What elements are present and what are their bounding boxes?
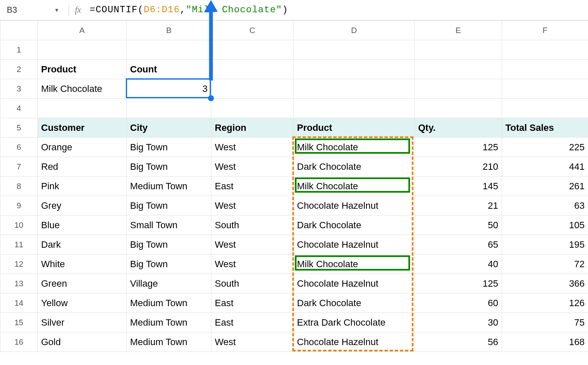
cell-C2[interactable] [211,60,294,79]
cell-D10[interactable]: Dark Chocolate [294,216,415,235]
cell-A3[interactable]: Milk Chocolate [38,79,127,99]
cell-D13[interactable]: Chocolate Hazelnut [294,274,415,293]
cell-B7[interactable]: Big Town [127,157,211,177]
cell-C6[interactable]: West [211,138,294,157]
cell-E7[interactable]: 210 [415,157,502,177]
cell-A12[interactable]: White [38,254,127,274]
cell-A16[interactable]: Gold [38,332,127,352]
cell-C14[interactable]: East [211,293,294,313]
cell-F6[interactable]: 225 [502,138,588,157]
cell-D11[interactable]: Chocolate Hazelnut [294,235,415,254]
row-header-14[interactable]: 14 [0,293,38,313]
chevron-down-icon[interactable]: ▼ [54,7,59,13]
cell-F16[interactable]: 168 [502,332,588,352]
cell-D9[interactable]: Chocolate Hazelnut [294,196,415,216]
cell-D15[interactable]: Extra Dark Chocolate [294,313,415,332]
cell-A9[interactable]: Grey [38,196,127,216]
fx-icon[interactable]: fx [75,5,81,15]
row-header-13[interactable]: 13 [0,274,38,293]
cell-A11[interactable]: Dark [38,235,127,254]
cell-D3[interactable] [294,79,415,99]
cell-E15[interactable]: 30 [415,313,502,332]
cell-C5[interactable]: Region [211,118,294,138]
cell-B15[interactable]: Medium Town [127,313,211,332]
row-header-1[interactable]: 1 [0,40,38,60]
cell-C1[interactable] [211,40,294,60]
cell-B16[interactable]: Medium Town [127,332,211,352]
formula-input[interactable]: =COUNTIF(D6:D16,"Milk Chocolate") [89,5,585,15]
cell-B6[interactable]: Big Town [127,138,211,157]
cell-E6[interactable]: 125 [415,138,502,157]
cell-D16[interactable]: Chocolate Hazelnut [294,332,415,352]
cell-F4[interactable] [502,99,588,118]
row-header-15[interactable]: 15 [0,313,38,332]
cell-A4[interactable] [38,99,127,118]
cell-B2[interactable]: Count [127,60,211,79]
cell-E10[interactable]: 50 [415,216,502,235]
cell-B4[interactable] [127,99,211,118]
cell-D5[interactable]: Product [294,118,415,138]
cell-E2[interactable] [415,60,502,79]
cell-B13[interactable]: Village [127,274,211,293]
cell-B9[interactable]: Big Town [127,196,211,216]
cell-C3[interactable] [211,79,294,99]
cell-A1[interactable] [38,40,127,60]
cell-F12[interactable]: 72 [502,254,588,274]
cell-B14[interactable]: Medium Town [127,293,211,313]
cell-E16[interactable]: 56 [415,332,502,352]
row-header-7[interactable]: 7 [0,157,38,177]
col-header-A[interactable]: A [38,21,127,40]
cell-D4[interactable] [294,99,415,118]
row-header-8[interactable]: 8 [0,177,38,196]
row-header-11[interactable]: 11 [0,235,38,254]
cell-F7[interactable]: 441 [502,157,588,177]
cell-F5[interactable]: Total Sales [502,118,588,138]
cell-F13[interactable]: 366 [502,274,588,293]
cell-E12[interactable]: 40 [415,254,502,274]
cell-F8[interactable]: 261 [502,177,588,196]
cell-C10[interactable]: South [211,216,294,235]
cell-C4[interactable] [211,99,294,118]
cell-B12[interactable]: Big Town [127,254,211,274]
cell-C15[interactable]: East [211,313,294,332]
cell-E11[interactable]: 65 [415,235,502,254]
cell-D6[interactable]: Milk Chocolate [294,138,415,157]
cell-C11[interactable]: West [211,235,294,254]
cell-F9[interactable]: 63 [502,196,588,216]
row-header-5[interactable]: 5 [0,118,38,138]
cell-A10[interactable]: Blue [38,216,127,235]
cell-F1[interactable] [502,40,588,60]
cell-A6[interactable]: Orange [38,138,127,157]
cell-E4[interactable] [415,99,502,118]
cell-C16[interactable]: West [211,332,294,352]
cell-E1[interactable] [415,40,502,60]
cell-A8[interactable]: Pink [38,177,127,196]
cell-C12[interactable]: West [211,254,294,274]
col-header-E[interactable]: E [415,21,502,40]
cell-A15[interactable]: Silver [38,313,127,332]
col-header-D[interactable]: D [294,21,415,40]
cell-D1[interactable] [294,40,415,60]
cell-E3[interactable] [415,79,502,99]
cell-A13[interactable]: Green [38,274,127,293]
cell-B11[interactable]: Big Town [127,235,211,254]
row-header-16[interactable]: 16 [0,332,38,352]
cell-B3[interactable]: 3 [127,79,211,99]
cell-F15[interactable]: 75 [502,313,588,332]
row-header-4[interactable]: 4 [0,99,38,118]
cell-B1[interactable] [127,40,211,60]
cell-D2[interactable] [294,60,415,79]
col-header-F[interactable]: F [502,21,588,40]
row-header-12[interactable]: 12 [0,254,38,274]
cell-E14[interactable]: 60 [415,293,502,313]
cell-B8[interactable]: Medium Town [127,177,211,196]
cell-A14[interactable]: Yellow [38,293,127,313]
name-box[interactable]: B3 ▼ [3,3,63,17]
cell-F3[interactable] [502,79,588,99]
cell-D8[interactable]: Milk Chocolate [294,177,415,196]
cell-E8[interactable]: 145 [415,177,502,196]
row-header-6[interactable]: 6 [0,138,38,157]
cell-F2[interactable] [502,60,588,79]
row-header-3[interactable]: 3 [0,79,38,99]
col-header-B[interactable]: B [127,21,211,40]
